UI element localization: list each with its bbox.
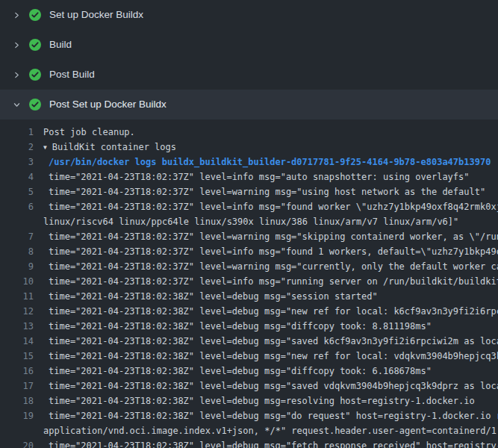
- actions-log-viewer: Set up Docker BuildxBuildPost BuildPost …: [0, 0, 498, 448]
- line-number[interactable]: 12: [0, 304, 34, 319]
- log-text: time="2021-04-23T18:02:38Z" level=debug …: [43, 364, 432, 379]
- section-header[interactable]: Set up Docker Buildx: [0, 0, 498, 30]
- chevron-right-icon[interactable]: [12, 11, 21, 19]
- log-text: time="2021-04-23T18:02:38Z" level=debug …: [43, 334, 498, 349]
- log-line: 10time="2021-04-23T18:02:37Z" level=info…: [0, 274, 498, 289]
- log-text: time="2021-04-23T18:02:37Z" level=info m…: [43, 244, 498, 259]
- log-text: linux/riscv64 linux/ppc64le linux/s390x …: [43, 214, 458, 229]
- log-line: 20time="2021-04-23T18:02:38Z" level=debu…: [0, 438, 498, 448]
- log-group-header[interactable]: ▼BuildKit container logs: [43, 140, 176, 155]
- log-line: 15time="2021-04-23T18:02:38Z" level=debu…: [0, 349, 498, 364]
- line-number[interactable]: 17: [0, 379, 34, 393]
- log-text: time="2021-04-23T18:02:38Z" level=debug …: [43, 304, 498, 319]
- log-text: time="2021-04-23T18:02:37Z" level=info m…: [43, 169, 470, 184]
- log-line: 13time="2021-04-23T18:02:38Z" level=debu…: [0, 319, 498, 334]
- line-number[interactable]: 7: [0, 229, 34, 244]
- log-text: time="2021-04-23T18:02:38Z" level=debug …: [43, 349, 498, 364]
- log-text: time="2021-04-23T18:02:38Z" level=debug …: [43, 289, 378, 304]
- log-line: linux/riscv64 linux/ppc64le linux/s390x …: [0, 214, 498, 229]
- line-number[interactable]: 4: [0, 169, 34, 184]
- check-circle-icon: [29, 99, 41, 111]
- log-line: 4time="2021-04-23T18:02:37Z" level=info …: [0, 169, 498, 184]
- log-line: 2▼BuildKit container logs: [0, 140, 498, 155]
- log-line: 9time="2021-04-23T18:02:37Z" level=warni…: [0, 259, 498, 274]
- line-number[interactable]: 5: [0, 184, 34, 199]
- group-expanded-icon[interactable]: ▼: [43, 140, 47, 155]
- section-list: Set up Docker BuildxBuildPost BuildPost …: [0, 0, 498, 119]
- log-text: time="2021-04-23T18:02:38Z" level=debug …: [43, 379, 498, 393]
- chevron-down-icon[interactable]: [12, 101, 21, 109]
- log-line: 14time="2021-04-23T18:02:38Z" level=debu…: [0, 334, 498, 349]
- log-line: application/vnd.oci.image.index.v1+json,…: [0, 423, 498, 438]
- log-line: 12time="2021-04-23T18:02:38Z" level=debu…: [0, 304, 498, 319]
- log-text: time="2021-04-23T18:02:37Z" level=warnin…: [43, 229, 498, 244]
- log-line: 11time="2021-04-23T18:02:38Z" level=debu…: [0, 289, 498, 304]
- section-header[interactable]: Build: [0, 30, 498, 60]
- section-label: Build: [49, 30, 72, 60]
- log-line: 8time="2021-04-23T18:02:37Z" level=info …: [0, 244, 498, 259]
- section-label: Post Set up Docker Buildx: [49, 90, 166, 119]
- section-label: Post Build: [49, 60, 95, 90]
- log-line: 17time="2021-04-23T18:02:38Z" level=debu…: [0, 379, 498, 393]
- chevron-right-icon[interactable]: [12, 71, 21, 79]
- line-number[interactable]: 18: [0, 393, 34, 408]
- log-line: 5time="2021-04-23T18:02:37Z" level=warni…: [0, 184, 498, 199]
- log-line: 1Post job cleanup.: [0, 125, 498, 140]
- log-text: time="2021-04-23T18:02:37Z" level=info m…: [43, 274, 498, 289]
- line-number[interactable]: 19: [0, 408, 34, 423]
- log-text: application/vnd.oci.image.index.v1+json,…: [43, 423, 498, 438]
- line-number[interactable]: 3: [0, 155, 34, 169]
- line-number[interactable]: 15: [0, 349, 34, 364]
- section-header[interactable]: Post Build: [0, 60, 498, 90]
- log-text: time="2021-04-23T18:02:38Z" level=debug …: [43, 393, 475, 408]
- check-circle-icon: [29, 69, 41, 81]
- line-number[interactable]: 16: [0, 364, 34, 379]
- line-number[interactable]: 9: [0, 259, 34, 274]
- chevron-right-icon[interactable]: [12, 41, 21, 49]
- line-number[interactable]: 20: [0, 438, 34, 448]
- log-line: 3/usr/bin/docker logs buildx_buildkit_bu…: [0, 155, 498, 169]
- line-number[interactable]: 1: [0, 125, 34, 140]
- line-number[interactable]: 11: [0, 289, 34, 304]
- check-circle-icon: [29, 39, 41, 51]
- line-number: [0, 214, 34, 229]
- log-text: time="2021-04-23T18:02:37Z" level=info m…: [43, 199, 498, 214]
- log-line: 6time="2021-04-23T18:02:37Z" level=info …: [0, 199, 498, 214]
- check-circle-icon: [29, 9, 41, 21]
- log-text: time="2021-04-23T18:02:37Z" level=warnin…: [43, 259, 498, 274]
- line-number[interactable]: 2: [0, 140, 34, 155]
- line-number[interactable]: 6: [0, 199, 34, 214]
- line-number[interactable]: 8: [0, 244, 34, 259]
- log-text: time="2021-04-23T18:02:38Z" level=debug …: [43, 319, 432, 334]
- log-line: 16time="2021-04-23T18:02:38Z" level=debu…: [0, 364, 498, 379]
- line-number[interactable]: 10: [0, 274, 34, 289]
- line-number: [0, 423, 34, 438]
- log-line: 19time="2021-04-23T18:02:38Z" level=debu…: [0, 408, 498, 423]
- section-label: Set up Docker Buildx: [49, 0, 143, 30]
- log-body: 1Post job cleanup.2▼BuildKit container l…: [0, 119, 498, 448]
- command-text: /usr/bin/docker logs buildx_buildkit_bui…: [43, 155, 491, 169]
- log-text: time="2021-04-23T18:02:38Z" level=debug …: [43, 408, 498, 423]
- section-header[interactable]: Post Set up Docker Buildx: [0, 90, 498, 119]
- line-number[interactable]: 14: [0, 334, 34, 349]
- line-number[interactable]: 13: [0, 319, 34, 334]
- log-text: time="2021-04-23T18:02:38Z" level=debug …: [43, 438, 498, 448]
- log-line: 18time="2021-04-23T18:02:38Z" level=debu…: [0, 393, 498, 408]
- log-text: Post job cleanup.: [43, 125, 135, 140]
- log-text: time="2021-04-23T18:02:37Z" level=warnin…: [43, 184, 485, 199]
- log-line: 7time="2021-04-23T18:02:37Z" level=warni…: [0, 229, 498, 244]
